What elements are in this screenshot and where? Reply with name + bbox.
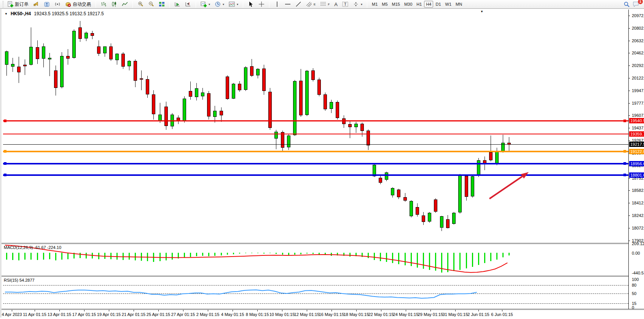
timeframe-m30[interactable]: M30 (402, 1, 414, 8)
macd-histogram-bar (343, 253, 344, 256)
date-tick-label: 19 Apr 01:15 (97, 312, 121, 317)
periods-button[interactable]: ▾ (213, 0, 226, 8)
date-tick-label: 31 May 01:15 (443, 312, 468, 317)
macd-histogram-bar (61, 253, 62, 260)
timeframe-m15[interactable]: M15 (390, 1, 402, 8)
candlestick-chart-button[interactable] (109, 0, 119, 8)
channel-tool-button[interactable]: E (304, 0, 317, 8)
new-chart-button[interactable]: ▾ (199, 0, 212, 8)
date-tick-label: 13 Apr 01:15 (48, 312, 71, 317)
horizontal-line-tool-button[interactable] (283, 0, 293, 8)
macd-histogram-bar (496, 253, 497, 260)
line-handle[interactable] (623, 120, 626, 122)
cursor-tool-button[interactable] (246, 0, 256, 8)
horizontal-line-18801.6[interactable] (3, 174, 628, 176)
line-handle[interactable] (4, 174, 6, 176)
macd-histogram-bar (73, 253, 75, 258)
vertical-line-icon (274, 1, 280, 7)
macd-pane[interactable] (3, 244, 628, 276)
timeframe-mn[interactable]: MN (454, 1, 464, 8)
time-axis[interactable]: 4 Apr 202311 Apr 01:1513 Apr 01:1517 Apr… (2, 310, 644, 318)
candle (140, 78, 143, 80)
cursor-icon (248, 1, 254, 7)
price-tick-label: 20972.0 (632, 13, 644, 18)
chart-shift-button[interactable] (183, 0, 193, 8)
timeframe-d1[interactable]: D1 (434, 1, 443, 8)
auto-trading-button[interactable]: 自动交易 (63, 0, 93, 8)
toolbar-grip[interactable] (2, 1, 4, 7)
auto-scroll-button[interactable] (172, 0, 182, 8)
date-tickmark (84, 310, 84, 311)
candle-wick (25, 59, 25, 75)
candle (42, 46, 45, 59)
candlestick-chart-icon (111, 1, 117, 7)
candle (336, 102, 339, 118)
horizontal-line-19540.5[interactable] (3, 120, 628, 121)
price-tick-label: 18412.0 (632, 201, 644, 205)
date-tickmark (12, 310, 12, 311)
signal-button[interactable] (53, 0, 62, 8)
macd-histogram-bar (67, 253, 69, 259)
tile-windows-button[interactable] (157, 0, 167, 8)
candle (317, 80, 321, 95)
arrows-tool-button[interactable]: ▾ (351, 0, 364, 8)
macd-histogram-bar (172, 253, 173, 260)
fibonacci-tool-button[interactable]: F (318, 0, 332, 8)
alerts-button[interactable] (31, 0, 41, 8)
line-handle[interactable] (4, 150, 6, 153)
horizontal-line-19122.0[interactable] (3, 151, 628, 152)
new-order-button[interactable]: 新订单 (5, 0, 30, 8)
zoom-out-button[interactable] (146, 0, 156, 8)
zoom-in-button[interactable] (135, 0, 145, 8)
horizontal-line-19217.5[interactable] (3, 144, 628, 145)
macd-histogram-bar (92, 253, 93, 258)
chevron-down-icon: ▾ (237, 3, 238, 6)
crosshair-tool-button[interactable] (257, 0, 266, 8)
price-tick-label: 18242.0 (632, 213, 644, 218)
profile-button[interactable] (42, 0, 52, 8)
text-tool-label: A (334, 2, 338, 7)
search-icon[interactable] (623, 1, 630, 7)
chat-icon[interactable]: 1 (633, 1, 640, 7)
symbol-dropdown-icon[interactable]: ▼ (5, 12, 8, 16)
line-handle[interactable] (623, 162, 626, 165)
price-tick-label: 20802.0 (632, 26, 644, 30)
main-chart-pane[interactable] (3, 10, 628, 243)
chart-menu-chevron[interactable]: ▼ (480, 10, 483, 13)
trendline-tool-button[interactable] (293, 0, 303, 8)
date-tick-label: 11 Apr 01:15 (23, 312, 46, 317)
line-handle[interactable] (623, 150, 626, 153)
date-tick-label: 24 May 01:15 (393, 312, 419, 317)
macd-histogram-bar (110, 253, 112, 259)
label-tool-button[interactable]: T (340, 0, 350, 8)
macd-histogram-bar (37, 253, 38, 260)
timeframe-h4[interactable]: H4 (424, 1, 433, 8)
timeframe-m1[interactable]: M1 (370, 1, 379, 8)
horizontal-line-19359.7[interactable] (3, 134, 628, 134)
timeframe-w1[interactable]: W1 (443, 1, 454, 8)
timeframe-m5[interactable]: M5 (380, 1, 389, 8)
text-tool-button[interactable]: A (332, 0, 340, 8)
line-handle[interactable] (623, 174, 626, 176)
line-chart-button[interactable] (120, 0, 130, 8)
line-handle[interactable] (4, 120, 6, 122)
indicators-button[interactable]: ▾ (227, 0, 240, 8)
macd-histogram-bar (447, 253, 448, 272)
candle (146, 79, 149, 94)
date-tick-label: 17 Apr 01:15 (72, 312, 96, 317)
horizontal-line-18956.6[interactable] (3, 163, 628, 164)
rsi-level-80 (3, 285, 628, 286)
rsi-pane[interactable] (3, 277, 628, 309)
auto-trading-icon (65, 1, 71, 7)
date-tick-label: 18 May 01:15 (344, 312, 369, 317)
macd-histogram-bar (18, 253, 19, 260)
price-tick-label: 19777.0 (632, 101, 644, 105)
macd-histogram-bar (312, 253, 314, 254)
macd-histogram-bar (282, 253, 283, 255)
line-handle[interactable] (4, 162, 6, 165)
vertical-line-tool-button[interactable] (272, 0, 282, 8)
timeframe-h1[interactable]: H1 (414, 1, 424, 8)
clock-icon (215, 1, 221, 7)
price-tick-label: 20462.0 (632, 51, 644, 55)
bar-chart-button[interactable] (99, 0, 108, 8)
